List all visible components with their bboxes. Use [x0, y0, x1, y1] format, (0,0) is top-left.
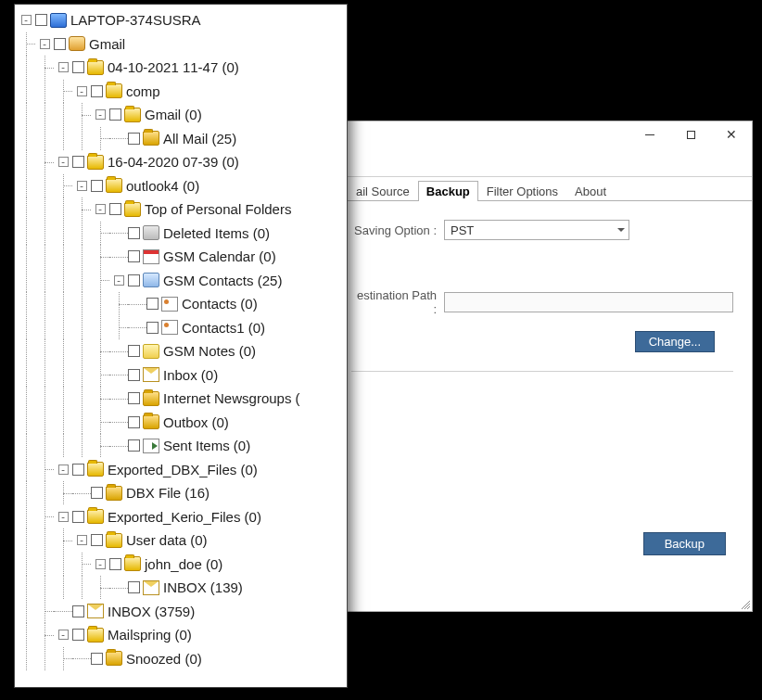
tab-mail-source[interactable]: ail Source [348, 181, 418, 201]
tree-toggle-cell[interactable]: - [72, 80, 91, 103]
tree-toggle-cell[interactable]: - [54, 623, 72, 646]
tree-checkbox[interactable] [72, 61, 84, 73]
tree-toggle-cell[interactable]: - [54, 56, 72, 79]
tree-row[interactable]: -comp [17, 80, 347, 104]
collapse-icon[interactable]: - [114, 275, 124, 286]
tab-filter-options[interactable]: Filter Options [478, 181, 566, 201]
collapse-icon[interactable]: - [95, 559, 106, 569]
tree-toggle-cell[interactable]: - [54, 505, 72, 528]
tree-row[interactable]: -16-04-2020 07-39 (0) [17, 150, 347, 174]
tree-checkbox[interactable] [128, 133, 140, 145]
tree-checkbox[interactable] [54, 38, 66, 50]
tree-checkbox[interactable] [72, 511, 84, 523]
tree-item-label: LAPTOP-374SUSRA [70, 12, 201, 28]
change-button[interactable]: Change... [635, 331, 715, 352]
tree-row[interactable]: Snoozed (0) [17, 647, 347, 671]
tree-row[interactable]: -Mailspring (0) [17, 623, 347, 647]
tree-checkbox[interactable] [128, 227, 140, 239]
tree-row[interactable]: Internet Newsgroups ( [17, 387, 347, 411]
saving-option-value: PST [451, 223, 474, 237]
tree-row[interactable]: -Exported_Kerio_Files (0) [17, 505, 347, 529]
tree-checkbox[interactable] [91, 85, 103, 97]
collapse-icon[interactable]: - [58, 630, 69, 640]
tree-checkbox[interactable] [72, 156, 84, 168]
collapse-icon[interactable]: - [58, 465, 69, 475]
collapse-icon[interactable]: - [95, 204, 106, 214]
tree-checkbox[interactable] [109, 558, 121, 570]
tree-toggle-cell[interactable]: - [91, 553, 109, 576]
tree-row[interactable]: Contacts (0) [17, 292, 347, 316]
tree-checkbox[interactable] [72, 464, 84, 476]
tree-toggle-cell[interactable]: - [91, 197, 109, 221]
tree-row[interactable]: INBOX (3759) [17, 600, 347, 624]
tree-row[interactable]: -Top of Personal Folders [17, 197, 347, 222]
tab-about[interactable]: About [566, 181, 615, 201]
tree-checkbox[interactable] [128, 439, 140, 452]
maximize-button[interactable] [676, 124, 705, 145]
tree-toggle-cell[interactable]: - [54, 150, 72, 173]
tree-checkbox[interactable] [128, 392, 140, 404]
tree-row[interactable]: Outbox (0) [17, 411, 347, 435]
collapse-icon[interactable]: - [58, 512, 69, 522]
destination-path-input[interactable] [444, 292, 733, 312]
tree-checkbox[interactable] [128, 274, 140, 286]
collapse-icon[interactable]: - [58, 62, 69, 72]
tree-checkbox[interactable] [91, 653, 103, 665]
tree-row[interactable]: DBX File (16) [17, 481, 347, 505]
tree-checkbox[interactable] [91, 180, 103, 192]
tree-checkbox[interactable] [128, 250, 140, 262]
tree-row[interactable]: -Gmail (0) [17, 103, 347, 127]
tree-toggle-cell [128, 316, 146, 339]
tree-row[interactable]: -04-10-2021 11-47 (0) [17, 56, 347, 80]
tree-row[interactable]: Sent Items (0) [17, 434, 347, 458]
collapse-icon[interactable]: - [21, 15, 32, 25]
tree-row[interactable]: Deleted Items (0) [17, 222, 347, 246]
tree-toggle-cell[interactable]: - [91, 103, 109, 126]
tree-checkbox[interactable] [35, 14, 47, 26]
tree-row[interactable]: -Exported_DBX_Files (0) [17, 458, 347, 482]
tree-checkbox[interactable] [128, 416, 140, 428]
minimize-button[interactable] [635, 124, 665, 145]
tree-checkbox[interactable] [128, 369, 140, 381]
tree-toggle-cell[interactable]: - [109, 269, 128, 292]
tree-checkbox[interactable] [146, 298, 159, 310]
tree-checkbox[interactable] [146, 322, 159, 334]
tree-row[interactable]: Contacts1 (0) [17, 316, 347, 340]
tree-row[interactable]: GSM Notes (0) [17, 339, 347, 363]
tree-row[interactable]: -outlook4 (0) [17, 174, 347, 198]
tree-toggle-cell[interactable]: - [72, 174, 91, 197]
close-button[interactable]: ✕ [717, 124, 746, 145]
collapse-icon[interactable]: - [77, 86, 87, 96]
tree-checkbox[interactable] [72, 629, 84, 641]
tree-checkbox[interactable] [109, 108, 121, 121]
tree-checkbox[interactable] [109, 203, 121, 215]
tree-row[interactable]: -GSM Contacts (25) [17, 269, 347, 293]
saving-option-select[interactable]: PST [444, 220, 629, 240]
tree-indent [91, 363, 109, 387]
resize-grip-icon[interactable] [739, 598, 750, 609]
tree-toggle-cell[interactable]: - [54, 458, 72, 481]
tree-row[interactable]: -john_doe (0) [17, 553, 347, 577]
tree-checkbox[interactable] [128, 581, 140, 593]
tree-toggle-cell[interactable]: - [72, 528, 91, 552]
tree-checkbox[interactable] [91, 487, 103, 499]
backup-button[interactable]: Backup [643, 532, 726, 555]
tree-row[interactable]: -User data (0) [17, 528, 347, 553]
tree-row[interactable]: All Mail (25) [17, 127, 347, 151]
tree-row[interactable]: GSM Calendar (0) [17, 245, 347, 269]
tree-checkbox[interactable] [91, 534, 103, 546]
tree-checkbox[interactable] [72, 605, 84, 617]
tree-toggle-cell[interactable]: - [35, 32, 54, 56]
tab-backup[interactable]: Backup [418, 181, 478, 201]
tree-row[interactable]: -Gmail [17, 32, 347, 57]
tree-checkbox[interactable] [128, 345, 140, 357]
collapse-icon[interactable]: - [40, 39, 50, 49]
tree-row[interactable]: -LAPTOP-374SUSRA [17, 8, 347, 32]
tree-row[interactable]: INBOX (139) [17, 576, 347, 600]
collapse-icon[interactable]: - [58, 157, 69, 167]
collapse-icon[interactable]: - [77, 181, 87, 191]
collapse-icon[interactable]: - [95, 109, 106, 120]
tree-row[interactable]: Inbox (0) [17, 363, 347, 388]
collapse-icon[interactable]: - [77, 535, 87, 545]
tree-toggle-cell[interactable]: - [17, 8, 35, 32]
